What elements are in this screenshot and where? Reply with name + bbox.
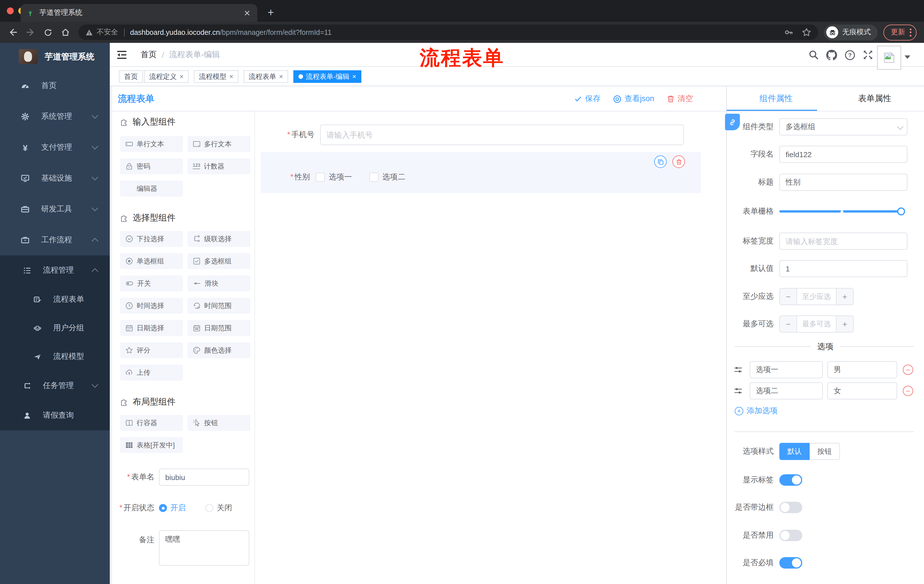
sidebar-item-user-group[interactable]: 用户分组 xyxy=(0,314,110,342)
chip-row-container[interactable]: 行容器 xyxy=(120,415,183,431)
radio-on[interactable]: 开启 xyxy=(159,503,186,513)
sidebar-item-process-form[interactable]: 流程表单 xyxy=(0,285,110,314)
chip-cascader[interactable]: 级联选择 xyxy=(188,231,251,247)
remark-textarea[interactable]: 嘿嘿 xyxy=(159,530,249,566)
chip-single-line-text[interactable]: 单行文本 xyxy=(120,136,183,152)
chip-radio-group[interactable]: 单选框组 xyxy=(120,253,183,269)
option-label-input[interactable] xyxy=(750,382,823,400)
chip-switch[interactable]: 开关 xyxy=(120,275,183,291)
chip-date-range[interactable]: 日期范围 xyxy=(188,320,251,336)
sidebar-item-process-mgmt[interactable]: 流程管理 xyxy=(0,255,110,285)
phone-input[interactable] xyxy=(320,125,684,145)
option-style-toggle[interactable]: 默认 按钮 xyxy=(779,443,840,460)
default-value-input[interactable] xyxy=(779,260,908,277)
option-value-input[interactable] xyxy=(827,382,897,400)
view-json-button[interactable]: 查看json xyxy=(613,94,654,104)
clear-button[interactable]: 清空 xyxy=(667,94,693,104)
min-select-stepper[interactable]: − 至少应选 + xyxy=(779,288,854,305)
decrease-button[interactable]: − xyxy=(780,289,797,304)
sidebar-item-home[interactable]: 首页 xyxy=(0,70,110,101)
max-select-value[interactable]: 最多可选 xyxy=(797,316,837,332)
component-type-select[interactable] xyxy=(779,118,908,135)
canvas-phone-row[interactable]: *手机号 xyxy=(255,125,726,145)
copy-component-button[interactable] xyxy=(654,155,667,168)
address-bar[interactable]: 不安全 dashboard.yudao.iocoder.cn/bpm/manag… xyxy=(78,25,818,40)
chip-upload[interactable]: 上传 xyxy=(120,365,183,380)
title-input[interactable] xyxy=(779,174,908,191)
field-name-input[interactable] xyxy=(779,146,908,163)
github-icon[interactable] xyxy=(826,49,837,60)
increase-button[interactable]: + xyxy=(837,316,853,332)
component-type-value[interactable] xyxy=(779,118,908,135)
tab-form-props[interactable]: 表单属性 xyxy=(825,86,924,111)
close-tag-icon[interactable]: × xyxy=(229,72,233,81)
sidebar-item-infra[interactable]: 基础设施 xyxy=(0,163,110,194)
chip-multi-line-text[interactable]: 多行文本 xyxy=(188,136,251,152)
slider-handle[interactable] xyxy=(897,207,905,216)
sidebar-item-leave-query[interactable]: 请假查询 xyxy=(0,401,110,430)
sidebar-item-workflow[interactable]: 工作流程 xyxy=(0,225,110,255)
remove-option-button[interactable]: − xyxy=(903,365,913,375)
gender-checkbox-2[interactable]: 选项二 xyxy=(369,172,405,182)
chip-slider[interactable]: 滑块 xyxy=(188,275,251,291)
update-button[interactable]: 更新 xyxy=(883,24,917,40)
form-name-input[interactable] xyxy=(159,469,249,486)
chip-editor[interactable]: 编辑器 xyxy=(120,181,183,197)
chip-select[interactable]: 下拉选择 xyxy=(120,231,183,247)
search-icon[interactable] xyxy=(808,50,819,60)
bookmark-star-icon[interactable] xyxy=(802,28,811,37)
selected-component[interactable]: *性别 选项一 选项二 xyxy=(261,152,701,193)
tag-process-form-edit[interactable]: 流程表单-编辑× xyxy=(293,70,361,83)
chip-checkbox-group[interactable]: 多选框组 xyxy=(188,253,251,269)
option-label-input[interactable] xyxy=(750,361,823,378)
decrease-button[interactable]: − xyxy=(780,316,797,332)
chip-color-picker[interactable]: 颜色选择 xyxy=(188,342,251,358)
chip-time-picker[interactable]: 时间选择 xyxy=(120,298,183,314)
close-tab-icon[interactable]: ✕ xyxy=(243,8,252,17)
sidebar-logo[interactable]: 芋道管理系统 xyxy=(0,43,110,70)
browser-menu-icon[interactable] xyxy=(910,28,911,36)
help-icon[interactable]: ? xyxy=(845,49,855,60)
avatar-dropdown-icon[interactable] xyxy=(904,56,910,59)
close-tag-icon[interactable]: × xyxy=(352,72,356,81)
tag-process-model[interactable]: 流程模型× xyxy=(194,70,238,83)
sidebar-item-system[interactable]: 系统管理 xyxy=(0,101,110,132)
chip-button[interactable]: 按钮 xyxy=(188,415,251,431)
sidebar-item-devtools[interactable]: 研发工具 xyxy=(0,194,110,225)
chip-time-range[interactable]: 时间范围 xyxy=(188,298,251,314)
required-toggle[interactable] xyxy=(779,557,802,569)
canvas-gender-row[interactable]: *性别 选项一 选项二 xyxy=(261,169,701,185)
checkbox-icon[interactable] xyxy=(369,173,378,182)
forward-icon[interactable] xyxy=(26,28,35,37)
chip-counter[interactable]: 123 计数器 xyxy=(188,158,251,174)
label-width-input[interactable] xyxy=(779,233,908,250)
tag-process-definition[interactable]: 流程定义× xyxy=(144,70,189,83)
breadcrumb-home[interactable]: 首页 xyxy=(141,50,157,60)
radio-off[interactable]: 关闭 xyxy=(205,503,232,513)
increase-button[interactable]: + xyxy=(837,289,853,304)
disabled-toggle[interactable] xyxy=(779,530,802,541)
home-icon[interactable] xyxy=(61,28,70,37)
url-text[interactable]: dashboard.yudao.iocoder.cn/bpm/manager/f… xyxy=(130,28,332,36)
grid-slider[interactable] xyxy=(779,203,904,220)
style-button-button[interactable]: 按钮 xyxy=(810,443,840,460)
chip-table[interactable]: 表格[开发中] xyxy=(120,437,183,453)
close-tag-icon[interactable]: × xyxy=(180,72,183,81)
tag-process-form[interactable]: 流程表单× xyxy=(244,70,288,83)
collapse-sidebar-icon[interactable] xyxy=(117,50,127,59)
drag-handle-icon[interactable] xyxy=(734,365,743,374)
sidebar-item-payment[interactable]: ¥ 支付管理 xyxy=(0,132,110,163)
add-option-button[interactable]: + 添加选项 xyxy=(735,406,778,416)
min-select-value[interactable]: 至少应选 xyxy=(797,289,837,304)
save-button[interactable]: 保存 xyxy=(574,94,601,104)
sidebar-item-process-model[interactable]: 流程模型 xyxy=(0,342,110,371)
remove-option-button[interactable]: − xyxy=(903,386,913,396)
gender-checkbox-1[interactable]: 选项一 xyxy=(316,172,352,182)
sidebar-item-task-mgmt[interactable]: 任务管理 xyxy=(0,371,110,401)
checkbox-icon[interactable] xyxy=(316,173,325,182)
browser-tab[interactable]: 芋道管理系统 ✕ xyxy=(21,4,257,22)
border-toggle[interactable] xyxy=(779,502,802,513)
fullscreen-icon[interactable] xyxy=(863,50,873,60)
close-window-button[interactable] xyxy=(7,7,14,14)
close-tag-icon[interactable]: × xyxy=(279,72,283,81)
